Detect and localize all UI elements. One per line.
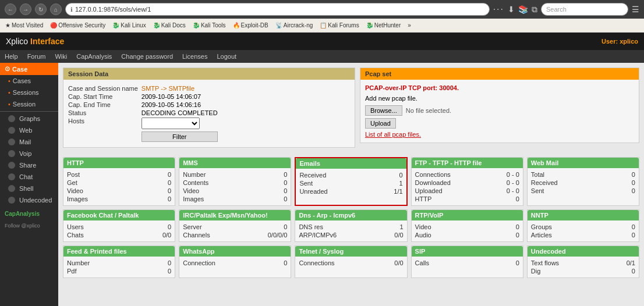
sidebar-toggle-icon[interactable]: ⧉ <box>532 5 537 15</box>
card-http-header: HTTP <box>63 158 175 168</box>
stat-row-total: Total0 <box>531 170 635 179</box>
card-undecoded-body: Text flows0/1 Dig0 <box>528 257 639 277</box>
pcap-port-label: PCAP-over-IP TCP port: <box>365 84 437 91</box>
top-row: Session Data Case and Session name SMTP … <box>63 67 639 152</box>
pcap-port-value: 30004. <box>439 84 459 91</box>
bookmark-kali-forums[interactable]: 📋 Kali Forums <box>317 21 362 30</box>
sidebar: ⊙ Case • Cases • Sessions • Session Grap… <box>0 63 58 306</box>
sessions-bullet: • <box>8 89 10 96</box>
library-icon[interactable]: 📚 <box>518 5 528 14</box>
sidebar-item-sessions[interactable]: • Sessions <box>0 87 58 98</box>
browse-button[interactable]: Browse... <box>365 105 402 116</box>
nav-change-password[interactable]: Change password <box>121 53 173 60</box>
aircrack-icon: 📡 <box>275 22 282 29</box>
filter-button[interactable]: Filter <box>141 131 218 142</box>
field-label-start-time: Cap. Start Time <box>68 92 141 101</box>
back-button[interactable]: ← <box>5 3 16 15</box>
stat-row-received: Received0 <box>299 171 402 179</box>
sidebar-item-shell[interactable]: Shell <box>0 183 58 194</box>
sidebar-case-header[interactable]: ⊙ Case <box>0 63 58 75</box>
search-input[interactable]: Search <box>541 3 628 16</box>
download-icon[interactable]: ⬇ <box>508 5 515 14</box>
nav-wiki[interactable]: Wiki <box>55 53 67 60</box>
search-placeholder: Search <box>546 6 567 13</box>
nethunter-icon: 🐉 <box>366 22 373 29</box>
more-button[interactable]: ··· <box>493 4 504 15</box>
bookmark-nethunter[interactable]: 🐉 NetHunter <box>363 21 404 30</box>
card-whatsapp: WhatsApp Connection0 <box>179 245 291 278</box>
bookmark-kali-linux[interactable]: 🐉 Kali Linux <box>109 21 148 30</box>
nav-capanalysis[interactable]: CapAnalysis <box>76 53 112 60</box>
refresh-button[interactable]: ↻ <box>35 3 47 15</box>
bookmark-kali-tools[interactable]: 🐉 Kali Tools <box>190 21 229 30</box>
sidebar-item-mail[interactable]: Mail <box>0 136 58 148</box>
card-ftp-body: Connections0 - 0 Downloaded0 - 0 Uploade… <box>412 168 523 205</box>
url-bar[interactable]: ℹ 127.0.0.1:9876/sols/view/1 <box>65 3 490 16</box>
card-rtp-body: Video0 Audio0 <box>412 220 523 241</box>
pcap-add-file-label: Add new pcap file. <box>365 95 634 102</box>
sidebar-item-cases[interactable]: • Cases <box>0 75 58 87</box>
nav-logout[interactable]: Logout <box>217 53 236 60</box>
home-button[interactable]: ⌂ <box>50 3 62 15</box>
stat-row-mms-video: Video0 <box>183 187 287 195</box>
list-link-anchor[interactable]: List of all pcap files. <box>365 131 421 138</box>
menu-icon[interactable]: ☰ <box>632 5 639 14</box>
field-label-case-session: Case and Session name <box>68 84 141 92</box>
session-info-table: Case and Session name SMTP -> SMTPfile C… <box>68 84 221 143</box>
field-value-end-time: 2009-10-05 14:06:16 <box>141 101 221 109</box>
hosts-select[interactable] <box>141 118 200 129</box>
bookmarks-bar: ★ Most Visited 🔴 Offensive Security 🐉 Ka… <box>0 19 644 33</box>
card-mms: MMS Number0 Contents0 Video0 Images0 <box>179 157 291 206</box>
card-mms-header: MMS <box>179 158 291 168</box>
stat-row-mms-images: Images0 <box>183 195 287 203</box>
card-dns-body: DNS res1 ARP/ICMPv60/0 <box>295 220 406 241</box>
sidebar-item-graphs[interactable]: Graphs <box>0 113 58 124</box>
main-content: ⊙ Case • Cases • Sessions • Session Grap… <box>0 63 644 306</box>
sidebar-item-share[interactable]: Share <box>0 159 58 171</box>
card-feed-body: Number0 Pdf0 <box>63 257 175 277</box>
mail-circle <box>8 138 15 145</box>
sidebar-item-chat[interactable]: Chat <box>0 171 58 183</box>
nav-licenses[interactable]: Licenses <box>182 53 207 60</box>
card-rtp-voip: RTP/VoIP Video0 Audio0 <box>411 209 523 242</box>
bookmark-exploit-db[interactable]: 🔥 Exploit-DB <box>230 21 271 30</box>
pcap-panel-header: Pcap set <box>360 68 639 80</box>
card-irc: IRC/Paltalk Exp/Msn/Yahoo! Server0 Chann… <box>179 209 291 242</box>
stat-row-wm-sent: Sent0 <box>531 187 635 195</box>
stat-row-arp-icmpv6: ARP/ICMPv60/0 <box>299 231 403 239</box>
sidebar-item-voip[interactable]: Voip <box>0 148 58 159</box>
sidebar-item-undecoded[interactable]: Undecoded <box>0 194 58 206</box>
card-facebook: Facebook Chat / Paltalk Users0 Chats0/0 <box>63 209 175 242</box>
bookmark-more[interactable]: » <box>405 21 414 30</box>
voip-circle <box>8 150 15 157</box>
card-webmail-header: Web Mail <box>528 158 639 168</box>
sidebar-item-web[interactable]: Web <box>0 124 58 136</box>
nav-forum[interactable]: Forum <box>27 53 46 60</box>
bookmark-kali-docs[interactable]: 🐉 Kali Docs <box>150 21 189 30</box>
bookmark-aircrack[interactable]: 📡 Aircrack-ng <box>273 21 316 30</box>
stat-row-feed-number: Number0 <box>67 259 171 267</box>
pcap-list-link[interactable]: List of all pcap files. <box>365 131 634 138</box>
card-feed-header: Feed & Printed files <box>63 246 175 257</box>
stat-row-post: Post0 <box>67 170 171 179</box>
content-area: Session Data Case and Session name SMTP … <box>58 63 644 306</box>
sidebar-item-session[interactable]: • Session <box>0 98 58 110</box>
bookmark-offensive-security[interactable]: 🔴 Offensive Security <box>47 21 108 30</box>
pcap-port-info: PCAP-over-IP TCP port: 30004. <box>365 84 634 91</box>
card-telnet-header: Telnet / Syslog <box>295 246 406 257</box>
username: xplico <box>620 38 638 45</box>
nav-help[interactable]: Help <box>5 53 18 60</box>
app-header: Xplico Interface User: xplico <box>0 33 644 50</box>
card-http-body: Post0 Get0 Video0 Images0 <box>63 168 175 205</box>
capanalysis-logo-area: CapAnalysis <box>0 206 58 222</box>
sidebar-divider-1 <box>0 111 58 112</box>
upload-button[interactable]: Upload <box>365 118 396 129</box>
undecoded-circle <box>8 197 15 204</box>
stat-row-number: Number0 <box>183 170 287 179</box>
card-undecoded-header: Undecoded <box>528 246 639 257</box>
bookmark-most-visited[interactable]: ★ Most Visited <box>2 21 46 30</box>
forward-button[interactable]: → <box>20 3 31 15</box>
no-file-label: No file selected. <box>406 107 451 114</box>
card-nntp-header: NNTP <box>528 210 639 220</box>
card-irc-header: IRC/Paltalk Exp/Msn/Yahoo! <box>179 210 291 220</box>
